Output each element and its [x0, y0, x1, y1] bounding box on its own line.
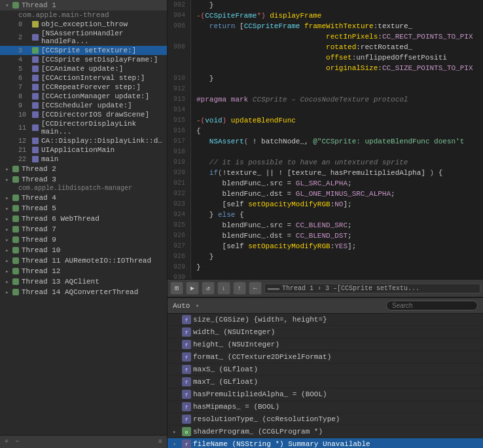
- var-maxt-name: maxT_ (GLfloat): [193, 378, 298, 386]
- scope-selector[interactable]: Auto: [173, 302, 190, 310]
- thread11-disclosure[interactable]: [3, 256, 12, 265]
- var-filename-icon: f: [182, 439, 191, 448]
- var-shaderprogram[interactable]: o shaderProgram_ (CCGLProgram *): [168, 426, 483, 438]
- frame-7[interactable]: 7 [CCRepeatForever step:]: [0, 83, 167, 92]
- var-hasmipmaps[interactable]: f hasMipmaps_ = (BOOL): [168, 401, 483, 413]
- thread9-disclosure[interactable]: [3, 235, 12, 244]
- var-filename[interactable]: f fileName (NSString *) Summary Unavaila…: [168, 438, 483, 448]
- code-line: 919 // it is possible to have an untextu…: [168, 157, 483, 168]
- thread1-label: Thread 1: [22, 1, 58, 9]
- frame-0[interactable]: 0 objc_exception_throw: [0, 20, 167, 29]
- toolbar-step-up-button[interactable]: ↑: [233, 282, 246, 295]
- var-size-icon: f: [182, 315, 191, 324]
- thread12-header[interactable]: Thread 12: [0, 266, 167, 276]
- thread7-icon: [12, 225, 20, 233]
- thread6-disclosure[interactable]: [3, 214, 12, 223]
- thread10-header[interactable]: Thread 10: [0, 245, 167, 255]
- var-resolutiontype[interactable]: f resolutionType_ (ccResolutionType): [168, 413, 483, 426]
- frame-8[interactable]: 8 [CCActionManager update:]: [0, 92, 167, 101]
- thread5-header[interactable]: Thread 5: [0, 203, 167, 214]
- frame-12[interactable]: 12 CA::Display::DisplayLink::disp...: [0, 136, 167, 145]
- thread10-disclosure[interactable]: [3, 246, 12, 255]
- thread11-icon: [12, 257, 20, 265]
- left-filter-button[interactable]: ≡: [156, 438, 164, 446]
- thread7-label: Thread 7: [22, 225, 56, 233]
- toolbar-arrow-button[interactable]: ←: [249, 282, 262, 295]
- var-maxs-icon: f: [182, 365, 191, 374]
- toolbar-back-button[interactable]: ⊞: [170, 282, 183, 295]
- var-size[interactable]: f size_(CGSize) {width=, height=}: [168, 314, 483, 326]
- variable-list: f size_(CGSize) {width=, height=} f widt…: [168, 314, 483, 448]
- thread7-header[interactable]: Thread 7: [0, 224, 167, 234]
- frame-5[interactable]: 5 [CCAnimate update:]: [0, 64, 167, 73]
- left-bottom-bar: + − ≡: [0, 435, 167, 448]
- var-haspremultiplied[interactable]: f hasPremultipliedAlpha_ = (BOOL): [168, 388, 483, 401]
- thread4-disclosure[interactable]: [3, 193, 12, 202]
- variable-search-input[interactable]: [386, 301, 478, 310]
- var-shaderprogram-disclosure[interactable]: [173, 428, 182, 436]
- var-height[interactable]: f height_ (NSUInteger): [168, 339, 483, 351]
- thread5-disclosure[interactable]: [3, 204, 12, 213]
- thread11-header[interactable]: Thread 11 AURemoteIO::IOThread: [0, 255, 167, 266]
- thread1-disclosure[interactable]: [3, 1, 12, 10]
- scope-dropdown-arrow[interactable]: ▾: [195, 302, 199, 310]
- code-line: 904 -(CCSpiteFrame*) displayFrame: [168, 10, 483, 21]
- frame-21[interactable]: 21 UIApplicationMain: [0, 145, 167, 155]
- code-area[interactable]: 902 } 904 -(CCSpiteFrame*) displayFrame …: [168, 0, 483, 279]
- frame-9[interactable]: 9 [CCScheduler update:]: [0, 101, 167, 110]
- toolbar-step-over-button[interactable]: ↺: [202, 282, 215, 295]
- frame-22[interactable]: 22 main: [0, 155, 167, 164]
- thread3-disclosure[interactable]: [3, 175, 12, 184]
- thread14-label: Thread 14 AQConverterThread: [22, 288, 138, 296]
- thread13-header[interactable]: Thread 13 AQClient: [0, 276, 167, 287]
- code-line: 913 #pragma mark CCSprite – CocosNodeTex…: [168, 94, 483, 105]
- frame-2[interactable]: 2 [NSAssertionHandler handleFa...: [0, 29, 167, 46]
- var-maxs[interactable]: f maxS_ (GLfloat): [168, 364, 483, 376]
- thread2-header[interactable]: Thread 2: [0, 164, 167, 174]
- bottom-panel: Auto ▾ f size_(CGSize) {width=, height=}…: [168, 297, 483, 448]
- toolbar-step-down-button[interactable]: ↓: [217, 282, 230, 295]
- var-resolutiontype-name: resolutionType_ (ccResolutionType): [193, 415, 340, 423]
- frame-3[interactable]: 3 [CCSprite setTexture:]: [0, 46, 167, 55]
- code-line: 922 blendFunc_.dst = GL_ONE_MINUS_SRC_AL…: [168, 189, 483, 199]
- code-line: 902 }: [168, 0, 483, 10]
- left-add-button[interactable]: +: [3, 438, 10, 446]
- thread13-icon: [12, 278, 20, 286]
- code-line: rectInPixels:CC_RECT_POINTS_TO_PIX: [168, 31, 483, 42]
- thread3-header[interactable]: Thread 3: [0, 174, 167, 185]
- thread12-disclosure[interactable]: [3, 267, 12, 276]
- thread2-disclosure[interactable]: [3, 164, 12, 174]
- var-width-icon: f: [182, 327, 191, 337]
- thread6-header[interactable]: Thread 6 WebThread: [0, 214, 167, 224]
- var-size-name: size_(CGSize) {width=, height=}: [193, 316, 327, 324]
- thread14-disclosure[interactable]: [3, 288, 12, 297]
- code-line: 916 {: [168, 126, 483, 136]
- frame-6[interactable]: 6 [CCActionInterval step:]: [0, 73, 167, 83]
- thread14-header[interactable]: Thread 14 AQConverterThread: [0, 287, 167, 297]
- left-minus-button[interactable]: −: [13, 438, 21, 446]
- frame-4[interactable]: 4 [CCSprite setDisplayFrame:]: [0, 55, 167, 64]
- thread1-header[interactable]: Thread 1: [0, 0, 167, 10]
- code-line: 910 }: [168, 73, 483, 84]
- toolbar-play-button[interactable]: ▶: [186, 282, 199, 295]
- var-width[interactable]: f width_ (NSUInteger): [168, 326, 483, 339]
- frame-11[interactable]: 11 [CCDirectorDisplayLink main...: [0, 119, 167, 136]
- frame-10[interactable]: 10 [CCDirectorIOS drawScene]: [0, 110, 167, 119]
- thread13-disclosure[interactable]: [3, 277, 12, 286]
- var-maxt[interactable]: f maxT_ (GLfloat): [168, 376, 483, 388]
- var-filename-disclosure[interactable]: [173, 441, 182, 448]
- thread7-disclosure[interactable]: [3, 225, 12, 234]
- thread5-label: Thread 5: [22, 204, 56, 212]
- thread9-header[interactable]: Thread 9: [0, 234, 167, 245]
- var-format[interactable]: f format_ (CCTexture2DPixelFormat): [168, 351, 483, 364]
- thread4-header[interactable]: Thread 4: [0, 193, 167, 203]
- var-maxs-name: maxS_ (GLfloat): [193, 365, 298, 373]
- debug-toolbar: ⊞ ▶ ↺ ↓ ↑ ← ▬▬▬ Thread 1 › 3 –[CCSprite …: [168, 279, 483, 297]
- var-resolutiontype-icon: f: [182, 415, 191, 424]
- var-hasmipmaps-icon: f: [182, 402, 191, 411]
- code-line: 923 [self setOpacityModifyRGB:NO];: [168, 199, 483, 210]
- code-line: 918: [168, 147, 483, 157]
- thread2-icon: [12, 165, 20, 173]
- code-line: 927 [self setOpacityModifyRGB:YES];: [168, 241, 483, 252]
- code-line: 921 blendFunc_.src = GL_SRC_ALPHA;: [168, 178, 483, 189]
